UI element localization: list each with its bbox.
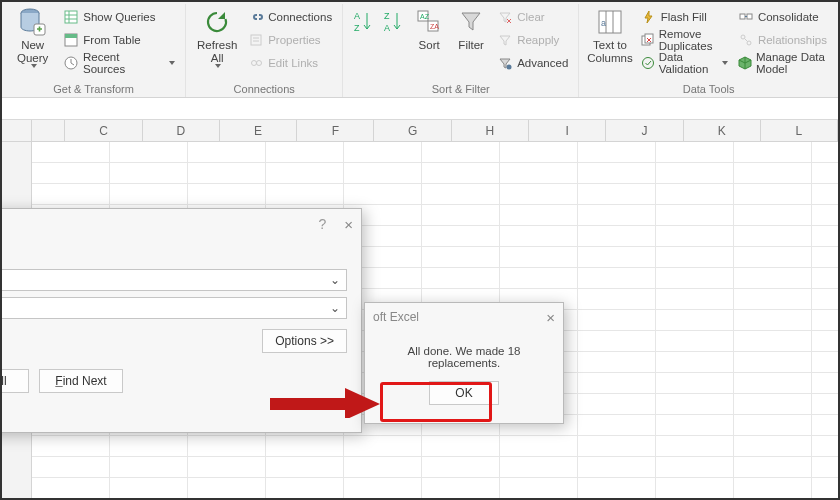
find-what-combo[interactable]: ⌄ bbox=[0, 269, 347, 291]
svg-text:ZA: ZA bbox=[430, 23, 439, 30]
column-header[interactable]: F bbox=[297, 120, 374, 141]
svg-text:AZ: AZ bbox=[420, 13, 430, 20]
svg-point-17 bbox=[507, 65, 512, 70]
data-validation-button[interactable]: Data Validation bbox=[637, 52, 732, 74]
group-data-tools: a Text toColumns Flash Fill Remove Dupli… bbox=[579, 4, 838, 97]
find-all-button[interactable]: Find All bbox=[0, 369, 29, 393]
svg-point-26 bbox=[747, 41, 751, 45]
edit-links-icon bbox=[248, 55, 264, 71]
options-button[interactable]: Options >> bbox=[262, 329, 347, 353]
flash-icon bbox=[641, 9, 657, 25]
select-all-corner[interactable] bbox=[2, 120, 32, 141]
consolidate-button[interactable]: Consolidate bbox=[734, 6, 832, 28]
text-to-columns-button[interactable]: a Text toColumns bbox=[585, 4, 634, 64]
clear-button: Clear bbox=[493, 6, 572, 28]
svg-text:A: A bbox=[354, 11, 360, 21]
formula-bar[interactable] bbox=[2, 98, 838, 120]
advanced-button[interactable]: Advanced bbox=[493, 52, 572, 74]
refresh-icon bbox=[202, 7, 232, 37]
close-icon[interactable]: × bbox=[344, 216, 353, 233]
find-replace-dialog: ? × ⌄ ⌄ Options >> Find All Find Next bbox=[0, 208, 362, 433]
relationships-icon bbox=[738, 32, 754, 48]
group-label: Sort & Filter bbox=[349, 81, 572, 95]
sort-az-icon: AZ bbox=[348, 7, 378, 37]
refresh-all-button[interactable]: RefreshAll bbox=[192, 4, 242, 68]
text-columns-icon: a bbox=[595, 7, 625, 37]
column-header[interactable]: J bbox=[606, 120, 683, 141]
remove-duplicates-button[interactable]: Remove Duplicates bbox=[637, 29, 732, 51]
sort-za-icon: ZA bbox=[378, 7, 408, 37]
advanced-icon bbox=[497, 55, 513, 71]
svg-rect-4 bbox=[65, 34, 77, 38]
ok-button[interactable]: OK bbox=[429, 381, 499, 405]
message-title: oft Excel bbox=[373, 310, 419, 324]
chevron-down-icon: ⌄ bbox=[328, 301, 342, 315]
svg-text:Z: Z bbox=[354, 23, 360, 33]
sort-icon: AZZA bbox=[414, 7, 444, 37]
svg-rect-21 bbox=[645, 34, 653, 43]
filter-button[interactable]: Filter bbox=[451, 4, 491, 52]
validation-icon bbox=[641, 55, 655, 71]
column-header[interactable]: G bbox=[374, 120, 451, 141]
svg-point-22 bbox=[642, 58, 653, 69]
connections-button[interactable]: Connections bbox=[244, 6, 336, 28]
refresh-all-label: RefreshAll bbox=[197, 39, 237, 64]
sort-az-button[interactable]: AZ bbox=[349, 4, 377, 37]
funnel-icon bbox=[456, 7, 486, 37]
consolidate-icon bbox=[738, 9, 754, 25]
new-query-label: NewQuery bbox=[17, 39, 48, 64]
group-sort-filter: AZ ZA AZZA Sort Filter Clear Reapp bbox=[343, 4, 579, 97]
properties-icon bbox=[248, 32, 264, 48]
reapply-button: Reapply bbox=[493, 29, 572, 51]
close-icon[interactable]: × bbox=[546, 309, 555, 326]
dup-icon bbox=[641, 32, 655, 48]
edit-links-button: Edit Links bbox=[244, 52, 336, 74]
column-header[interactable]: C bbox=[65, 120, 142, 141]
properties-button: Properties bbox=[244, 29, 336, 51]
svg-point-25 bbox=[741, 35, 745, 39]
svg-text:Z: Z bbox=[384, 11, 390, 21]
database-icon bbox=[18, 7, 48, 37]
sort-button[interactable]: AZZA Sort bbox=[409, 4, 449, 52]
table-icon bbox=[63, 9, 79, 25]
group-label: Data Tools bbox=[585, 81, 832, 95]
svg-point-7 bbox=[252, 61, 257, 66]
clock-icon bbox=[63, 55, 79, 71]
svg-rect-24 bbox=[747, 14, 752, 19]
group-label: Get & Transform bbox=[8, 81, 179, 95]
svg-rect-6 bbox=[251, 35, 261, 45]
sort-za-button[interactable]: ZA bbox=[379, 4, 407, 37]
column-header[interactable] bbox=[32, 120, 66, 141]
show-queries-button[interactable]: Show Queries bbox=[59, 6, 179, 28]
replace-with-combo[interactable]: ⌄ bbox=[0, 297, 347, 319]
from-table-button[interactable]: From Table bbox=[59, 29, 179, 51]
cube-icon bbox=[738, 55, 752, 71]
column-header[interactable]: H bbox=[452, 120, 529, 141]
manage-data-model-button[interactable]: Manage Data Model bbox=[734, 52, 832, 74]
find-next-button[interactable]: Find Next bbox=[39, 369, 123, 393]
table2-icon bbox=[63, 32, 79, 48]
ribbon: NewQuery Show Queries From Table Recent … bbox=[2, 2, 838, 98]
column-header[interactable]: I bbox=[529, 120, 606, 141]
message-text: All done. We made 18 replacements. bbox=[365, 331, 563, 373]
column-header[interactable]: E bbox=[220, 120, 297, 141]
relationships-button: Relationships bbox=[734, 29, 832, 51]
group-get-transform: NewQuery Show Queries From Table Recent … bbox=[2, 4, 186, 97]
column-header[interactable]: D bbox=[143, 120, 220, 141]
flash-fill-button[interactable]: Flash Fill bbox=[637, 6, 732, 28]
group-connections: RefreshAll Connections Properties Edit L… bbox=[186, 4, 343, 97]
svg-text:a: a bbox=[601, 18, 606, 28]
svg-rect-23 bbox=[740, 14, 745, 19]
clear-icon bbox=[497, 9, 513, 25]
message-dialog: oft Excel × All done. We made 18 replace… bbox=[364, 302, 564, 424]
column-headers: CDEFGHIJKL bbox=[2, 120, 838, 142]
reapply-icon bbox=[497, 32, 513, 48]
svg-rect-2 bbox=[65, 11, 77, 23]
link-icon bbox=[248, 9, 264, 25]
new-query-button[interactable]: NewQuery bbox=[8, 4, 57, 68]
column-header[interactable]: K bbox=[684, 120, 761, 141]
column-header[interactable]: L bbox=[761, 120, 838, 141]
help-icon[interactable]: ? bbox=[318, 216, 326, 232]
group-label: Connections bbox=[192, 81, 336, 95]
recent-sources-button[interactable]: Recent Sources bbox=[59, 52, 179, 74]
